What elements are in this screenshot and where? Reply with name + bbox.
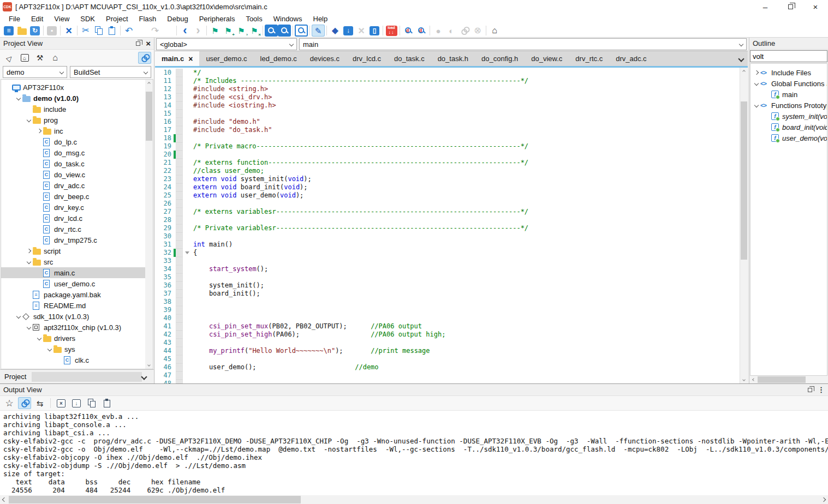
- flash-download-icon[interactable]: ↓: [342, 25, 355, 37]
- outline-item-global-functions-a[interactable]: <>Global Functions a: [750, 78, 827, 89]
- tab-user_demo-c[interactable]: user_demo.c: [199, 51, 253, 66]
- tree-item-sys[interactable]: sys: [1, 344, 153, 355]
- build-log[interactable]: archiving libapt32f110x_evb.a ...archivi…: [0, 411, 828, 495]
- tab-devices-c[interactable]: devices.c: [303, 51, 346, 66]
- paste-output-icon[interactable]: [100, 397, 114, 409]
- zoom-debug-in-icon[interactable]: d: [402, 25, 415, 37]
- save-output-icon[interactable]: ↓: [70, 397, 83, 409]
- scroll-down-icon[interactable]: [740, 376, 748, 383]
- menu-file[interactable]: File: [3, 15, 26, 23]
- zoom-debug-out-icon[interactable]: d: [415, 25, 428, 37]
- scroll-down-icon[interactable]: [145, 361, 153, 369]
- bookmark-add-icon[interactable]: ⚑+: [222, 25, 235, 37]
- tab-do_task-c[interactable]: do_task.c: [388, 51, 431, 66]
- stop-build-icon[interactable]: ×: [355, 25, 368, 37]
- menu-edit[interactable]: Edit: [26, 15, 49, 23]
- tree-item-script[interactable]: script: [1, 245, 153, 256]
- scrollbar-thumb[interactable]: [741, 101, 747, 260]
- tree-item-do-task-c[interactable]: Cdo_task.c: [1, 158, 153, 169]
- tree-item-do-msg-c[interactable]: Cdo_msg.c: [1, 147, 153, 158]
- float-panel-icon[interactable]: [808, 388, 812, 392]
- expander-icon[interactable]: [15, 315, 22, 318]
- find-icon[interactable]: [265, 25, 278, 37]
- tab-drv_adc-c[interactable]: drv_adc.c: [609, 51, 653, 66]
- float-panel-icon[interactable]: [136, 41, 140, 46]
- expander-icon[interactable]: [25, 118, 33, 122]
- tree-item-do-view-c[interactable]: Cdo_view.c: [1, 169, 153, 180]
- tree-item-apt32f110x-chip-v1-0-3-[interactable]: apt32f110x_chip (v1.0.3): [1, 322, 153, 333]
- refresh-icon[interactable]: ↻: [28, 25, 41, 37]
- scroll-up-icon[interactable]: [740, 68, 748, 75]
- open-folder-icon[interactable]: [15, 25, 28, 37]
- tree-item-demo-v1-0-0-[interactable]: demo (v1.0.0): [1, 93, 153, 104]
- menu-tools[interactable]: Tools: [240, 15, 267, 23]
- menu-project[interactable]: Project: [100, 15, 133, 23]
- tree-item-drv-adc-c[interactable]: Cdrv_adc.c: [1, 180, 153, 191]
- tab-do_view-c[interactable]: do_view.c: [525, 51, 569, 66]
- scroll-lock-icon[interactable]: ⇆: [33, 397, 46, 409]
- scroll-left-icon[interactable]: [750, 376, 758, 383]
- expander-icon[interactable]: [15, 97, 22, 100]
- home-icon[interactable]: ⌂: [488, 25, 501, 37]
- close-button[interactable]: ×: [803, 0, 828, 13]
- debug-connect-icon[interactable]: [458, 25, 471, 37]
- expander-icon[interactable]: [35, 129, 43, 133]
- restore-button[interactable]: [778, 0, 803, 13]
- bookmark-clear-icon[interactable]: ⚑×: [248, 25, 261, 37]
- tree-item-include[interactable]: include: [1, 104, 153, 115]
- undo-dropdown-icon[interactable]: [135, 25, 148, 37]
- tab-overflow-icon[interactable]: [735, 51, 748, 66]
- menu-debug[interactable]: Debug: [162, 15, 193, 23]
- minimize-button[interactable]: –: [753, 0, 778, 13]
- outline-tree[interactable]: <>Include Files<>Global Functions afmain…: [750, 63, 827, 376]
- project-config-dropdown[interactable]: demo: [3, 66, 67, 78]
- menu-flash[interactable]: Flash: [134, 15, 162, 23]
- project-tools-icon[interactable]: ⚒: [33, 52, 46, 64]
- expander-icon[interactable]: [25, 326, 33, 329]
- tree-item-drv-key-c[interactable]: Cdrv_key.c: [1, 202, 153, 213]
- tree-item-clk-c[interactable]: Cclk.c: [1, 355, 153, 365]
- tree-item-drv-beep-c[interactable]: Cdrv_beep.c: [1, 191, 153, 202]
- debug-disconnect-icon[interactable]: ⊗: [471, 25, 484, 37]
- build-icon[interactable]: ◆: [329, 25, 342, 37]
- tree-item-sdk-110x-v1-0-3-[interactable]: sdk_110x (v1.0.3): [1, 311, 153, 322]
- scrollbar-thumb[interactable]: [9, 496, 301, 503]
- nav-back-icon[interactable]: ‹: [178, 25, 192, 37]
- outline-item-system-init-void[interactable]: fsystem_init(void: [750, 111, 827, 122]
- outline-item-include-files[interactable]: <>Include Files: [750, 67, 827, 78]
- scope-dropdown[interactable]: <global>: [156, 38, 297, 50]
- debug-run-icon[interactable]: ●: [432, 25, 445, 37]
- tab-drv_rtc-c[interactable]: drv_rtc.c: [569, 51, 609, 66]
- new-file-icon[interactable]: ≡: [2, 25, 15, 37]
- undo-icon[interactable]: ↶: [122, 25, 135, 37]
- tab-main-c[interactable]: main.c×: [155, 51, 199, 66]
- tab-do_config-h[interactable]: do_config.h: [475, 51, 525, 66]
- outline-scrollbar[interactable]: [750, 376, 827, 383]
- tree-item-drv-lcd-c[interactable]: Cdrv_lcd.c: [1, 213, 153, 224]
- tree-item-do-lp-c[interactable]: Cdo_lp.c: [1, 136, 153, 147]
- expander-icon[interactable]: [25, 249, 33, 253]
- link-with-editor-icon[interactable]: [138, 52, 151, 64]
- redo-dropdown-icon[interactable]: [162, 25, 175, 37]
- project-tree-scrollbar[interactable]: [145, 80, 153, 369]
- format-code-icon[interactable]: ✎: [312, 25, 325, 37]
- expander-icon[interactable]: [35, 337, 43, 340]
- panel-menu-icon[interactable]: ⋮: [818, 386, 825, 394]
- tab-project[interactable]: Project: [4, 373, 26, 381]
- outline-item-main[interactable]: fmain: [750, 89, 827, 100]
- outline-item-board-init-void[interactable]: fboard_init(void: [750, 122, 827, 133]
- project-tree[interactable]: APT32F110xdemo (v1.0.0)includeprogincCdo…: [1, 79, 153, 369]
- menu-sdk[interactable]: SDK: [75, 15, 100, 23]
- expander-icon[interactable]: [753, 104, 760, 107]
- find-replace-icon[interactable]: [278, 25, 291, 37]
- menu-peripherals[interactable]: Peripherals: [194, 15, 241, 23]
- buildset-dropdown[interactable]: BuildSet: [70, 66, 151, 78]
- menu-windows[interactable]: Windows: [268, 15, 308, 23]
- tree-item-drv-rtc-c[interactable]: Cdrv_rtc.c: [1, 224, 153, 235]
- clear-output-icon[interactable]: ×: [55, 397, 68, 409]
- copy-output-icon[interactable]: [85, 397, 98, 409]
- close-file-icon[interactable]: ×: [62, 25, 75, 37]
- expander-icon[interactable]: [46, 347, 53, 351]
- save-icon[interactable]: ▪: [45, 25, 58, 37]
- outline-item-functions-prototyp[interactable]: <>Functions Prototyp: [750, 100, 827, 111]
